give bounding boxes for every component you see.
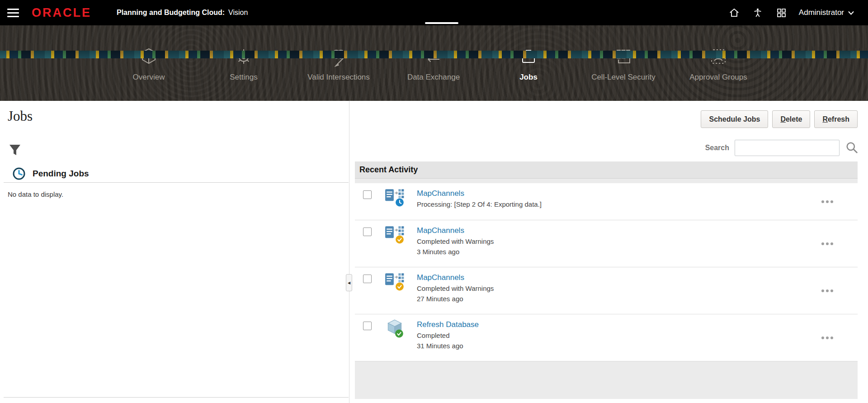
nav-item-valid-intersections[interactable]: Valid Intersections — [291, 25, 386, 101]
job-name-link[interactable]: Refresh Database — [417, 319, 479, 330]
job-status: Completed — [417, 330, 479, 341]
recent-activity-panel: Recent Activity Map — [355, 161, 858, 399]
job-time: 27 Minutes ago — [417, 294, 494, 304]
row-checkbox[interactable] — [363, 228, 372, 236]
ellipsis-menu-icon[interactable] — [819, 198, 836, 206]
warning-check-badge — [396, 236, 404, 244]
recent-activity-header: Recent Activity — [355, 161, 858, 179]
activity-row: MapChannels Completed with Warnings 27 M… — [355, 267, 858, 314]
decorative-mosaic-ribbon — [0, 51, 868, 58]
refresh-button[interactable]: Refresh — [814, 110, 858, 128]
panel-splitter[interactable] — [349, 101, 349, 403]
accessibility-icon[interactable] — [752, 7, 764, 19]
user-name: Administrator — [799, 8, 844, 17]
cluster-nav-band: Overview Settings Valid Intersections — [0, 25, 868, 101]
header-tab-indicator — [425, 22, 458, 24]
oracle-logo: ORACLE — [32, 6, 91, 20]
nav-item-settings[interactable]: Settings — [196, 25, 291, 101]
pending-clock-icon — [12, 166, 26, 181]
processing-clock-badge — [396, 199, 404, 207]
ellipsis-menu-icon[interactable] — [819, 240, 836, 248]
recent-activity-list: MapChannels Processing: [Step 2 Of 4: Ex… — [355, 183, 858, 361]
pending-divider — [4, 182, 349, 183]
app-window: ORACLE Planning and Budgeting Cloud: Vis… — [0, 0, 868, 403]
success-check-badge — [395, 330, 403, 338]
pending-jobs-title: Pending Jobs — [33, 169, 89, 179]
database-cube-icon — [384, 318, 405, 339]
ellipsis-menu-icon[interactable] — [819, 334, 836, 342]
nav-label: Valid Intersections — [302, 72, 375, 82]
nav-item-cell-level-security[interactable]: Cell-Level Security — [576, 25, 671, 101]
filter-icon[interactable] — [8, 144, 22, 157]
product-name: Planning and Budgeting Cloud: — [117, 9, 225, 17]
app-name: Vision — [228, 9, 248, 17]
collapse-arrow-icon[interactable]: ◀ — [346, 274, 352, 291]
nav-label: Approval Groups — [682, 72, 755, 82]
refresh-label-rest: efresh — [828, 115, 849, 123]
page-toolbar: Schedule Jobs Delete Refresh — [701, 110, 858, 128]
nav-item-data-exchange[interactable]: Data Exchange — [386, 25, 481, 101]
nav-label: Jobs — [492, 72, 565, 82]
nav-item-jobs[interactable]: Jobs — [481, 25, 576, 101]
job-time: 3 Minutes ago — [417, 247, 494, 257]
left-panel-bottom-divider — [4, 397, 349, 398]
job-name-link[interactable]: MapChannels — [417, 225, 494, 236]
map-job-icon — [384, 271, 405, 292]
schedule-jobs-label: Schedule Jobs — [709, 115, 760, 123]
delete-accesskey: D — [780, 115, 786, 123]
menu-icon[interactable] — [7, 9, 19, 17]
map-job-icon — [384, 187, 405, 208]
cluster-nav: Overview Settings Valid Intersections — [101, 25, 766, 101]
refresh-accesskey: R — [822, 115, 828, 123]
row-checkbox[interactable] — [363, 190, 372, 199]
ellipsis-menu-icon[interactable] — [819, 287, 836, 295]
row-checkbox[interactable] — [363, 322, 372, 330]
job-time: 31 Minutes ago — [417, 341, 479, 351]
job-status: Completed with Warnings — [417, 236, 494, 247]
job-status: Completed with Warnings — [417, 283, 494, 294]
nav-label: Data Exchange — [397, 72, 470, 82]
main-content: Jobs Schedule Jobs Delete Refresh Search — [0, 101, 868, 403]
job-name-link[interactable]: MapChannels — [417, 188, 542, 199]
delete-button[interactable]: Delete — [772, 110, 810, 128]
user-menu[interactable]: Administrator — [799, 8, 854, 17]
map-job-icon — [384, 224, 405, 245]
search-area: Search — [705, 140, 859, 156]
chevron-down-icon — [848, 10, 854, 15]
warning-check-badge — [396, 283, 404, 291]
search-input[interactable] — [735, 140, 840, 156]
activity-row: Refresh Database Completed 31 Minutes ag… — [355, 314, 858, 361]
schedule-jobs-button[interactable]: Schedule Jobs — [701, 110, 768, 128]
activity-row: MapChannels Completed with Warnings 3 Mi… — [355, 220, 858, 267]
product-title: Planning and Budgeting Cloud: Vision — [117, 9, 248, 17]
search-label: Search — [705, 144, 729, 152]
activity-row: MapChannels Processing: [Step 2 Of 4: Ex… — [355, 183, 858, 220]
job-status: Processing: [Step 2 Of 4: Exporting data… — [417, 199, 542, 209]
delete-label-rest: elete — [786, 115, 802, 123]
nav-label: Cell-Level Security — [587, 72, 660, 82]
recent-activity-title: Recent Activity — [359, 165, 418, 175]
apps-grid-icon[interactable] — [775, 7, 787, 19]
nav-label: Settings — [208, 72, 280, 82]
row-checkbox[interactable] — [363, 275, 372, 283]
top-header: ORACLE Planning and Budgeting Cloud: Vis… — [0, 0, 868, 25]
job-name-link[interactable]: MapChannels — [417, 272, 494, 283]
nav-item-approval-groups[interactable]: Approval Groups — [671, 25, 766, 101]
nav-label: Overview — [113, 72, 185, 82]
nav-item-overview[interactable]: Overview — [101, 25, 196, 101]
search-icon[interactable] — [845, 141, 859, 155]
pending-jobs-header: Pending Jobs — [12, 166, 89, 181]
page-title: Jobs — [8, 108, 33, 124]
pending-empty-message: No data to display. — [8, 190, 63, 198]
home-icon[interactable] — [728, 7, 740, 19]
